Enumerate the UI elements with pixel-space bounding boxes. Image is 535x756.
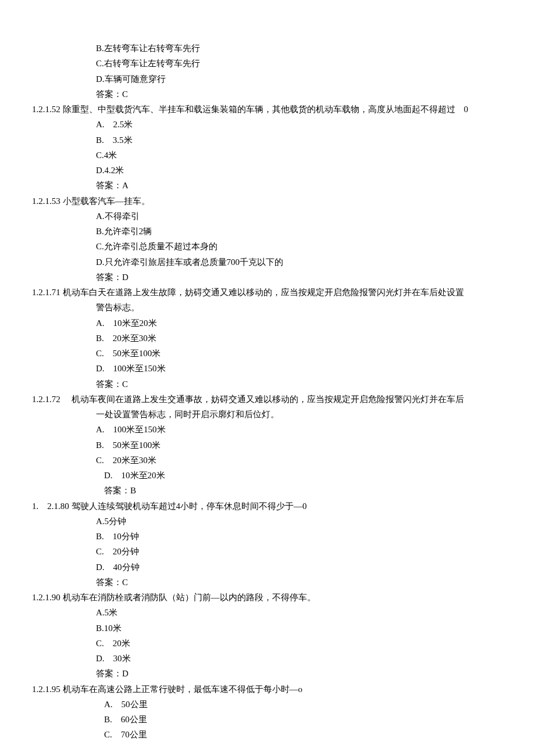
option-c: C. 20米至30米 (96, 453, 503, 468)
question-stem: 机动车在消防栓或者消防队（站）门前—以内的路段，不得停车。 (63, 593, 316, 602)
option-b: B. 50米至100米 (96, 438, 503, 453)
option-b: B. 3.5米 (96, 132, 503, 148)
option-a: A.不得牵引 (96, 209, 503, 224)
option-b: B. 10分钟 (96, 529, 503, 544)
option-b: B.10米 (96, 621, 503, 636)
question-1-2-1-53: 1.2.1.53 小型载客汽车—挂车。 A.不得牵引 B.允许牵引2辆 C.允许… (32, 194, 503, 285)
question-number: 1. 2.1.80 (32, 501, 69, 511)
question-stem-line1: 机动车夜间在道路上发生交通事故，妨碍交通又难以移动的，应当按规定开启危险报警闪光… (72, 395, 464, 404)
option-a: A. 100米至150米 (96, 422, 503, 437)
question-number: 1.2.1.71 (32, 288, 60, 297)
option-c: C.右转弯车让左转弯车先行 (96, 56, 503, 71)
option-a: A.5分钟 (96, 514, 503, 529)
option-a: A. 50公里 (104, 697, 503, 712)
answer: 答案：D (96, 270, 503, 285)
option-c: C. 70公里 (104, 727, 503, 742)
question-stem-line2: 一处设置警告标志，同时开启示廓灯和后位灯。 (96, 407, 503, 422)
question-stem-line1: 机动车白天在道路上发生故障，妨碍交通又难以移动的，应当按规定开启危险报警闪光灯并… (63, 288, 464, 297)
option-b: B.允许牵引2辆 (96, 224, 503, 239)
option-c: C. 20分钟 (96, 544, 503, 559)
question-1-2-1-80: 1. 2.1.80 驾驶人连续驾驶机动车超过4小时，停车休息时间不得少于—0 A… (32, 499, 503, 590)
answer: 答案：C (96, 575, 503, 590)
option-a: A.5米 (96, 605, 503, 620)
option-d: D.只允许牵引旅居挂车或者总质量700千克以下的 (96, 255, 503, 270)
answer: 答案：D (96, 666, 503, 681)
question-1-2-1-52: 1.2.1.52 除重型、中型载货汽车、半挂车和载运集装箱的车辆，其他载货的机动… (32, 102, 503, 194)
option-b: B. 60公里 (104, 712, 503, 727)
question-stem-line2: 警告标志。 (96, 300, 503, 315)
option-c: C.允许牵引总质量不超过本身的 (96, 239, 503, 254)
option-c: C.4米 (96, 148, 503, 163)
option-b: B.左转弯车让右转弯车先行 (96, 41, 503, 56)
question-stem: 驾驶人连续驾驶机动车超过4小时，停车休息时间不得少于—0 (72, 501, 307, 511)
option-d: D.车辆可随意穿行 (96, 71, 503, 87)
answer: 答案：C (96, 87, 503, 102)
option-c: C. 50米至100米 (96, 346, 503, 361)
option-d: D.4.2米 (96, 163, 503, 178)
question-1-2-1-90: 1.2.1.90 机动车在消防栓或者消防队（站）门前—以内的路段，不得停车。 A… (32, 590, 503, 682)
question-1-2-1-95: 1.2.1.95 机动车在高速公路上正常行驶时，最低车速不得低于每小时—o A.… (32, 682, 503, 743)
question-number: 1.2.1.90 (32, 593, 60, 602)
question-stem: 小型载客汽车—挂车。 (63, 196, 150, 206)
answer: 答案：A (96, 178, 503, 193)
question-number: 1.2.1.52 (32, 105, 60, 114)
option-d: D. 40分钟 (96, 560, 503, 575)
question-stem: 机动车在高速公路上正常行驶时，最低车速不得低于每小时—o (63, 685, 303, 694)
answer: 答案：C (96, 377, 503, 392)
answer: 答案：B (104, 483, 503, 498)
option-d: D. 100米至150米 (96, 361, 503, 376)
option-a: A. 10米至20米 (96, 316, 503, 331)
option-c: C. 20米 (96, 636, 503, 651)
question-number: 1.2.1.72 (32, 395, 69, 404)
option-d: D. 30米 (96, 651, 503, 666)
question-number: 1.2.1.53 (32, 196, 60, 206)
option-d: D. 10米至20米 (104, 468, 503, 483)
pre-question-options: B.左转弯车让右转弯车先行 C.右转弯车让左转弯车先行 D.车辆可随意穿行 答案… (32, 41, 503, 102)
question-1-2-1-72: 1.2.1.72 机动车夜间在道路上发生交通事故，妨碍交通又难以移动的，应当按规… (32, 392, 503, 499)
question-number: 1.2.1.95 (32, 685, 60, 694)
question-stem: 除重型、中型载货汽车、半挂车和载运集装箱的车辆，其他载货的机动车载物，高度从地面… (63, 105, 469, 114)
option-a: A. 2.5米 (96, 117, 503, 132)
option-b: B. 20米至30米 (96, 331, 503, 346)
question-1-2-1-71: 1.2.1.71 机动车白天在道路上发生故障，妨碍交通又难以移动的，应当按规定开… (32, 285, 503, 392)
